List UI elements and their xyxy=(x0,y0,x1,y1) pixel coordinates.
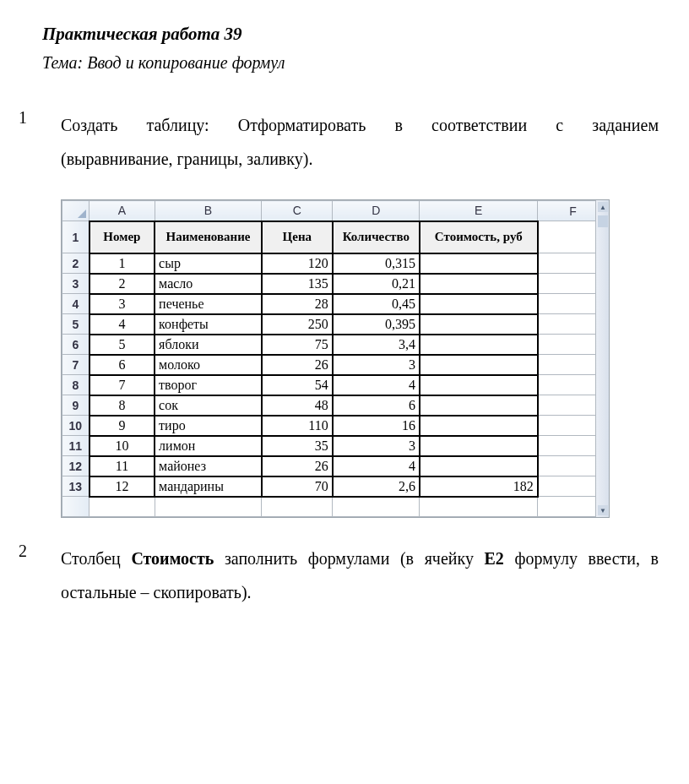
cell[interactable]: яблоки xyxy=(155,335,262,355)
cell[interactable]: Номер xyxy=(90,221,155,253)
cell[interactable]: сок xyxy=(155,395,262,416)
cell[interactable] xyxy=(333,497,420,517)
row-header[interactable]: 3 xyxy=(62,274,90,294)
cell[interactable] xyxy=(420,416,538,436)
cell[interactable]: 5 xyxy=(90,335,155,355)
cell[interactable]: 3 xyxy=(90,294,155,314)
col-header-D[interactable]: D xyxy=(333,201,420,221)
row-header[interactable]: 9 xyxy=(62,395,90,416)
vertical-scrollbar[interactable]: ▲ ▼ xyxy=(595,200,609,517)
row-header[interactable]: 8 xyxy=(62,375,90,395)
row-header[interactable]: 4 xyxy=(62,294,90,314)
col-header-C[interactable]: C xyxy=(262,201,333,221)
cell[interactable]: 70 xyxy=(262,476,333,497)
scroll-down-icon[interactable]: ▼ xyxy=(598,505,608,515)
table-row: 87творог544 xyxy=(62,375,609,395)
cell[interactable]: 35 xyxy=(262,436,333,456)
cell[interactable]: 26 xyxy=(262,355,333,375)
row-header[interactable]: 5 xyxy=(62,314,90,335)
cell[interactable]: масло xyxy=(155,274,262,294)
cell[interactable]: 2,6 xyxy=(333,476,420,497)
select-all-corner[interactable] xyxy=(62,201,90,221)
cell[interactable]: 4 xyxy=(333,375,420,395)
cell[interactable] xyxy=(420,294,538,314)
task1-word: Отформатировать xyxy=(238,116,366,134)
cell[interactable] xyxy=(90,497,155,517)
cell[interactable]: 28 xyxy=(262,294,333,314)
cell[interactable] xyxy=(420,395,538,416)
cell[interactable]: 6 xyxy=(333,395,420,416)
cell[interactable]: 4 xyxy=(90,314,155,335)
cell[interactable]: 0,395 xyxy=(333,314,420,335)
row-header[interactable]: 6 xyxy=(62,335,90,355)
row-header-blank[interactable] xyxy=(62,497,90,517)
cell[interactable]: Наименование xyxy=(155,221,262,253)
cell[interactable]: 54 xyxy=(262,375,333,395)
cell[interactable]: лимон xyxy=(155,436,262,456)
cell[interactable]: 3 xyxy=(333,436,420,456)
cell[interactable]: 0,21 xyxy=(333,274,420,294)
cell[interactable] xyxy=(420,436,538,456)
cell[interactable] xyxy=(420,375,538,395)
cell[interactable]: конфеты xyxy=(155,314,262,335)
col-header-B[interactable]: B xyxy=(155,201,262,221)
cell[interactable]: 7 xyxy=(90,375,155,395)
task-1: Создать таблицу: Отформатировать в соотв… xyxy=(19,108,659,518)
cell[interactable]: 0,315 xyxy=(333,253,420,274)
cell[interactable]: 48 xyxy=(262,395,333,416)
cell[interactable]: 75 xyxy=(262,335,333,355)
cell[interactable]: Количество xyxy=(333,221,420,253)
col-header-E[interactable]: E xyxy=(420,201,538,221)
cell[interactable]: 12 xyxy=(90,476,155,497)
cell[interactable] xyxy=(420,497,538,517)
cell[interactable]: 250 xyxy=(262,314,333,335)
col-header-A[interactable]: A xyxy=(90,201,155,221)
scroll-thumb[interactable] xyxy=(598,215,608,227)
cell[interactable]: 3,4 xyxy=(333,335,420,355)
cell[interactable]: 1 xyxy=(90,253,155,274)
cell[interactable]: сыр xyxy=(155,253,262,274)
cell[interactable]: Цена xyxy=(262,221,333,253)
row-header[interactable]: 10 xyxy=(62,416,90,436)
cell[interactable] xyxy=(262,497,333,517)
cell[interactable]: мандарины xyxy=(155,476,262,497)
cell[interactable]: 0,45 xyxy=(333,294,420,314)
cell[interactable] xyxy=(420,456,538,476)
cell[interactable] xyxy=(420,253,538,274)
cell[interactable]: печенье xyxy=(155,294,262,314)
cell[interactable]: 16 xyxy=(333,416,420,436)
cell[interactable]: 10 xyxy=(90,436,155,456)
cell[interactable] xyxy=(420,355,538,375)
row-header[interactable]: 13 xyxy=(62,476,90,497)
cell[interactable]: 9 xyxy=(90,416,155,436)
cell[interactable] xyxy=(155,497,262,517)
cell[interactable]: майонез xyxy=(155,456,262,476)
cell[interactable]: Стоимость, руб xyxy=(420,221,538,253)
cell[interactable]: творог xyxy=(155,375,262,395)
row-header[interactable]: 11 xyxy=(62,436,90,456)
cell[interactable]: 120 xyxy=(262,253,333,274)
row-header[interactable]: 7 xyxy=(62,355,90,375)
cell[interactable]: 3 xyxy=(333,355,420,375)
table-row: 32масло1350,21 xyxy=(62,274,609,294)
spreadsheet: A B C D E F 1 Номер Наименование Цена Ко… xyxy=(61,199,610,518)
scroll-up-icon[interactable]: ▲ xyxy=(598,202,608,212)
row-header[interactable]: 12 xyxy=(62,456,90,476)
cell[interactable] xyxy=(420,314,538,335)
cell[interactable]: 182 xyxy=(420,476,538,497)
cell[interactable]: 26 xyxy=(262,456,333,476)
cell[interactable]: 4 xyxy=(333,456,420,476)
cell[interactable] xyxy=(420,335,538,355)
cell[interactable]: 110 xyxy=(262,416,333,436)
cell[interactable]: молоко xyxy=(155,355,262,375)
cell[interactable] xyxy=(420,274,538,294)
cell[interactable]: 2 xyxy=(90,274,155,294)
cell[interactable]: 11 xyxy=(90,456,155,476)
row-header-1[interactable]: 1 xyxy=(62,221,90,253)
cell[interactable]: 6 xyxy=(90,355,155,375)
cell[interactable]: тиро xyxy=(155,416,262,436)
row-header[interactable]: 2 xyxy=(62,253,90,274)
cell[interactable]: 135 xyxy=(262,274,333,294)
spreadsheet-grid[interactable]: A B C D E F 1 Номер Наименование Цена Ко… xyxy=(62,200,609,517)
cell[interactable]: 8 xyxy=(90,395,155,416)
